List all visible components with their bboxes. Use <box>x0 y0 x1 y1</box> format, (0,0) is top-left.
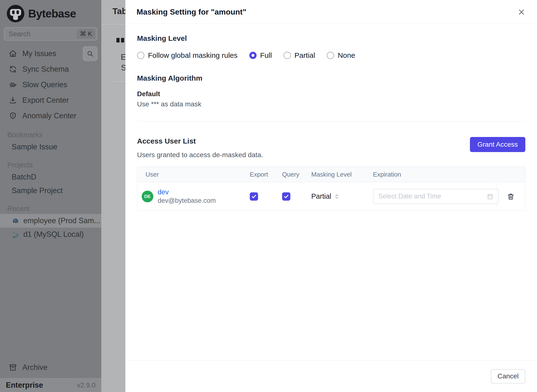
access-user-table: User Export Query Masking Level Expirati… <box>137 167 525 211</box>
divider <box>113 81 125 82</box>
sidebar-item-label: Slow Queries <box>22 80 67 89</box>
download-icon <box>9 96 17 104</box>
sidebar-item-sample-project[interactable]: Sample Project <box>0 184 101 197</box>
search-shortcut-badge: ⌘ K <box>77 29 95 39</box>
bytebase-logo-icon <box>7 5 24 22</box>
quick-search-button[interactable] <box>83 46 97 61</box>
radio-circle[interactable] <box>284 52 291 59</box>
sidebar-item-label: Archive <box>22 363 47 372</box>
home-icon <box>9 50 17 58</box>
sync-icon <box>9 65 17 73</box>
brand-name: Bytebase <box>28 7 76 20</box>
list-item-label: employee (Prod Sam... <box>23 216 100 225</box>
search-placeholder: Search <box>9 30 77 38</box>
access-user-list-heading: Access User List <box>137 137 263 145</box>
chevron-up-down-icon <box>334 194 339 199</box>
sidebar-item-export-center[interactable]: Export Center <box>0 93 101 108</box>
table-row: DE dev dev@bytebase.com <box>137 182 525 211</box>
sidebar-item-my-issues[interactable]: My Issues <box>0 46 101 61</box>
sidebar-item-label: My Issues <box>22 49 56 58</box>
radio-circle[interactable] <box>249 52 257 59</box>
calendar-icon <box>487 193 494 200</box>
clipped-icon <box>116 38 124 43</box>
masking-level-radio-group: Follow global masking rules Full Partial… <box>137 51 525 60</box>
avatar: DE <box>142 191 153 202</box>
close-icon <box>518 9 525 16</box>
shield-icon <box>9 112 17 120</box>
divider <box>101 24 125 25</box>
radio-circle[interactable] <box>137 52 144 59</box>
search-input[interactable]: Search ⌘ K <box>4 27 97 41</box>
sidebar-nav: My Issues Sync Schema Slow Queries Expor… <box>0 46 101 124</box>
section-label-recent: Recent <box>0 203 101 214</box>
sidebar-item-employee-db[interactable]: employee (Prod Sam... <box>0 214 101 228</box>
divider <box>137 121 525 121</box>
table-header-row: User Export Query Masking Level Expirati… <box>137 167 525 182</box>
sidebar-item-batchd[interactable]: BatchD <box>0 170 101 184</box>
clipped-text: S <box>121 63 125 72</box>
radio-full[interactable]: Full <box>249 51 272 60</box>
close-button[interactable] <box>517 7 526 17</box>
list-item-label: d1 (MySQL Local) <box>23 230 84 239</box>
sidebar-item-label: Sync Schema <box>22 65 69 74</box>
radio-circle[interactable] <box>327 52 334 59</box>
user-name-link[interactable]: dev <box>158 188 216 196</box>
backdrop-drawer-strip: Tab E S <box>101 0 125 392</box>
section-label-projects: Projects <box>0 160 101 170</box>
date-placeholder: Select Date and Time <box>378 193 487 200</box>
masking-level-heading: Masking Level <box>137 34 525 43</box>
column-header-export: Export <box>234 171 269 178</box>
archive-icon <box>9 363 17 372</box>
sidebar-item-label: Anomaly Center <box>22 111 76 120</box>
algorithm-name: Default <box>137 90 525 98</box>
column-header-query: Query <box>269 171 301 178</box>
delete-user-button[interactable] <box>507 193 515 200</box>
cancel-button[interactable]: Cancel <box>491 369 525 383</box>
row-actions-cell <box>496 182 525 211</box>
version-label: v2.9.0 <box>77 381 95 389</box>
clipped-text: E <box>121 52 125 62</box>
turtle-icon <box>9 81 17 89</box>
app-root: Bytebase Search ⌘ K My Issues Sync Schem… <box>0 0 537 392</box>
column-header-expiration: Expiration <box>365 171 496 178</box>
access-user-list-subtitle: Users granted to access de-masked data. <box>137 151 263 159</box>
column-header-user: User <box>137 171 234 178</box>
column-header-masking-level: Masking Level <box>301 171 365 178</box>
check-icon <box>251 194 257 199</box>
sidebar-item-sample-issue[interactable]: Sample Issue <box>0 140 101 154</box>
dialog-title: Masking Setting for "amount" <box>137 8 246 17</box>
dialog-body: Masking Level Follow global masking rule… <box>125 24 537 360</box>
radio-follow-global-rules[interactable]: Follow global masking rules <box>137 51 238 60</box>
grant-access-button[interactable]: Grant Access <box>470 137 525 152</box>
sidebar-item-slow-queries[interactable]: Slow Queries <box>0 77 101 93</box>
section-label-bookmarks: Bookmarks <box>0 129 101 140</box>
list-item-label: BatchD <box>12 173 36 181</box>
check-icon <box>283 194 289 199</box>
masking-level-select[interactable]: Partial <box>311 192 365 200</box>
radio-partial[interactable]: Partial <box>284 51 315 60</box>
brand-logo[interactable]: Bytebase <box>0 0 101 27</box>
list-item-label: Sample Project <box>12 186 63 195</box>
mysql-icon <box>12 230 19 238</box>
user-email: dev@bytebase.com <box>158 197 216 205</box>
sidebar-item-anomaly-center[interactable]: Anomaly Center <box>0 108 101 124</box>
query-cell <box>269 192 301 201</box>
plan-label: Enterprise <box>6 381 43 390</box>
query-checkbox[interactable] <box>282 192 290 201</box>
radio-none[interactable]: None <box>327 51 355 60</box>
sidebar-item-sync-schema[interactable]: Sync Schema <box>0 61 101 77</box>
search-icon <box>87 50 94 57</box>
masking-algorithm-heading: Masking Algorithm <box>137 74 525 82</box>
dialog-header: Masking Setting for "amount" <box>125 0 537 24</box>
list-item-label: Sample Issue <box>12 143 57 151</box>
export-checkbox[interactable] <box>250 192 258 201</box>
dialog-footer: Cancel <box>125 360 537 392</box>
sidebar-item-archive[interactable]: Archive <box>0 360 101 375</box>
sidebar-item-d1-db[interactable]: d1 (MySQL Local) <box>0 228 101 241</box>
export-cell <box>234 192 269 201</box>
sidebar: Bytebase Search ⌘ K My Issues Sync Schem… <box>0 0 101 392</box>
masking-level-cell: Partial <box>301 192 365 200</box>
access-user-list-header: Access User List Users granted to access… <box>137 137 525 159</box>
expiration-date-input[interactable]: Select Date and Time <box>373 189 499 204</box>
algorithm-description: Use *** as data mask <box>137 100 525 108</box>
